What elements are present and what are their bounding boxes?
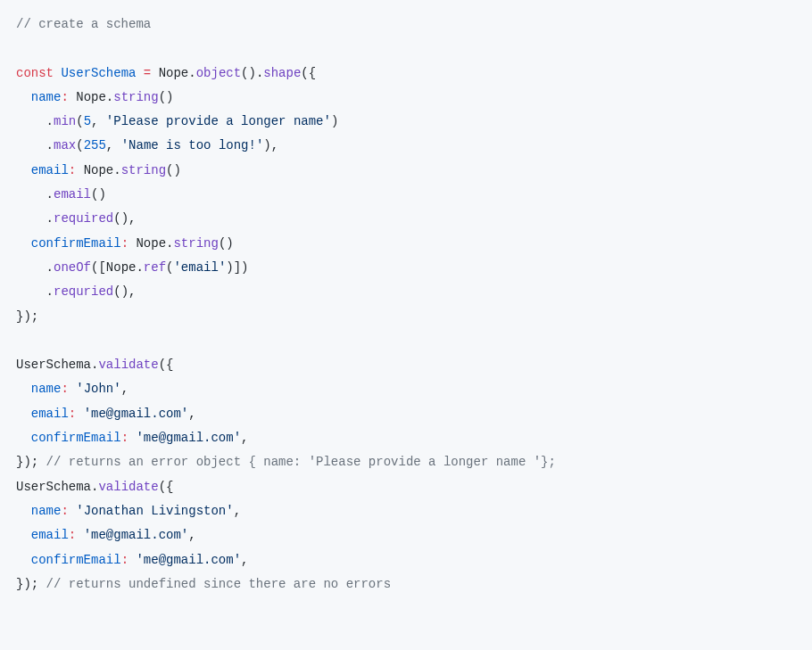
identifier: UserSchema.: [16, 358, 98, 372]
colon: :: [121, 431, 128, 445]
text: Nope.: [69, 90, 113, 104]
punct: ,: [121, 382, 128, 396]
text: Nope.: [128, 236, 173, 251]
punct: ,: [241, 553, 248, 567]
property: name: [31, 504, 62, 518]
punct: (): [166, 163, 181, 177]
colon: :: [61, 382, 68, 396]
string: 'John': [76, 382, 120, 396]
punct: (: [76, 114, 83, 128]
colon: :: [121, 236, 128, 251]
punct: (),: [113, 284, 136, 299]
colon: :: [61, 504, 68, 518]
method: string: [121, 163, 166, 177]
comment: // create a schema: [16, 17, 151, 31]
property: name: [31, 90, 62, 104]
method: oneOf: [54, 260, 91, 275]
keyword-const: const: [16, 66, 54, 80]
comment: // returns an error object { name: 'Plea…: [46, 455, 556, 469]
colon: :: [69, 528, 76, 542]
punct: ().: [241, 66, 263, 80]
space: [76, 407, 83, 421]
method: shape: [263, 66, 301, 80]
property: email: [31, 407, 69, 421]
method: validate: [98, 358, 158, 372]
colon: :: [69, 163, 76, 177]
punct: ,: [188, 407, 195, 421]
space: [69, 504, 76, 518]
identifier: UserSchema: [61, 66, 136, 80]
punct: ,: [91, 114, 106, 128]
comment: // returns undefined since there are no …: [46, 577, 391, 591]
punct: (: [76, 138, 83, 152]
punct: .: [46, 138, 54, 152]
string: 'me@gmail.com': [136, 431, 241, 445]
colon: :: [69, 407, 76, 421]
colon: :: [121, 553, 128, 567]
method: ref: [144, 260, 166, 275]
method: object: [196, 66, 241, 80]
method: validate: [98, 480, 158, 494]
property: email: [31, 528, 69, 542]
code-block: // create a schema const UserSchema = No…: [16, 12, 796, 597]
identifier: UserSchema.: [16, 480, 98, 494]
punct: });: [16, 577, 46, 591]
punct: (),: [113, 211, 136, 226]
string: 'Name is too long!': [121, 138, 264, 152]
method: required: [54, 211, 113, 226]
space: [76, 528, 83, 542]
text: Nope.: [76, 163, 120, 177]
property: confirmEmail: [31, 236, 121, 251]
punct: ): [331, 114, 338, 128]
number: 5: [84, 114, 91, 128]
punct: )]): [226, 260, 248, 275]
property: email: [31, 163, 69, 177]
string: 'Please provide a longer name': [106, 114, 331, 128]
punct: (): [219, 236, 234, 251]
punct: ({: [301, 66, 316, 80]
property: name: [31, 382, 62, 396]
method: max: [54, 138, 76, 152]
punct: (): [91, 187, 106, 202]
method: string: [113, 90, 158, 104]
punct: });: [16, 455, 46, 469]
punct: ),: [263, 138, 278, 152]
punct: ({: [159, 358, 174, 372]
punct: });: [16, 309, 38, 324]
punct: ,: [106, 138, 121, 152]
method: requried: [54, 284, 113, 299]
punct: ({: [159, 480, 174, 494]
identifier: Nope: [159, 66, 189, 80]
punct: ,: [234, 504, 241, 518]
punct: ,: [188, 528, 195, 542]
method: min: [54, 114, 76, 128]
punct: .: [188, 66, 195, 80]
string: 'me@gmail.com': [84, 528, 189, 542]
colon: :: [61, 90, 68, 104]
punct: .: [46, 211, 54, 226]
string: 'me@gmail.com': [136, 553, 241, 567]
space: [69, 382, 76, 396]
string: 'Jonathan Livingston': [76, 504, 233, 518]
property: confirmEmail: [31, 553, 121, 567]
punct: .: [46, 187, 54, 202]
method: string: [173, 236, 218, 251]
number: 255: [84, 138, 106, 152]
property: confirmEmail: [31, 431, 121, 445]
punct: (): [159, 90, 174, 104]
string: 'email': [173, 260, 226, 275]
punct: ([Nope.: [91, 260, 144, 275]
operator: =: [136, 66, 158, 80]
punct: .: [46, 284, 54, 299]
punct: .: [46, 114, 54, 128]
punct: ,: [241, 431, 248, 445]
method: email: [54, 187, 91, 202]
punct: .: [46, 260, 54, 275]
string: 'me@gmail.com': [84, 407, 189, 421]
